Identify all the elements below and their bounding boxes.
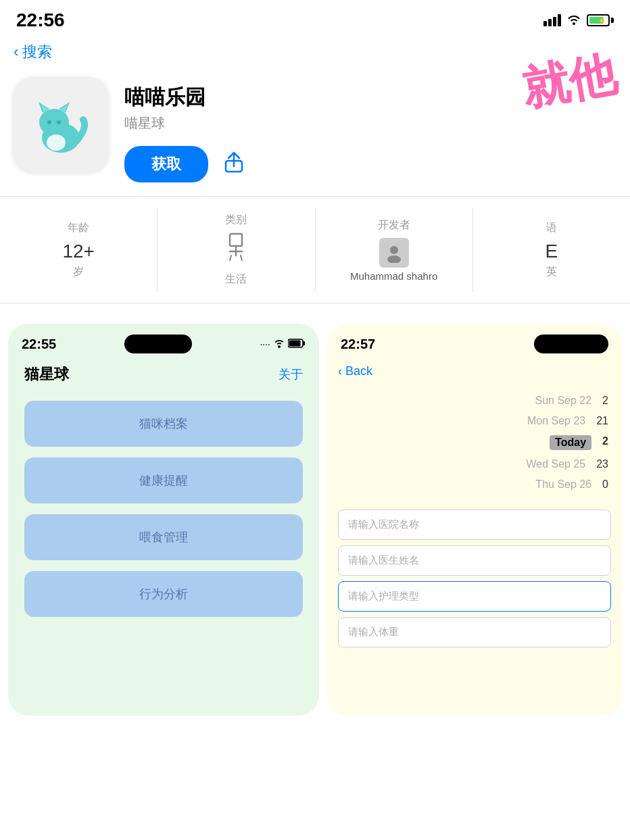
app-info: 喵喵乐园 喵星球 获取 — [124, 77, 616, 182]
input-care-type: 请输入护理类型 — [338, 581, 611, 612]
input-doctor: 请输入医生姓名 — [338, 545, 611, 576]
back-nav[interactable]: ‹ 搜索 — [0, 36, 630, 70]
date-row-mon: Mon Sep 23 21 — [341, 411, 608, 431]
info-language: 语 E 英 — [473, 207, 630, 292]
screenshot-left: 22:55 ···· 猫星球 关于 猫咪档案 健康提醒 喂食管理 行为分析 — [8, 324, 319, 716]
language-value: E — [546, 241, 558, 262]
age-label: 年龄 — [68, 221, 89, 235]
mock-right-back: ‹ Back — [327, 359, 622, 384]
app-actions: 获取 — [124, 146, 616, 182]
age-value: 12+ — [62, 241, 95, 262]
app-name: 喵喵乐园 — [124, 84, 616, 112]
status-icons: ⚡ — [543, 13, 614, 28]
input-fields: 请输入医院名称 请输入医生姓名 请输入护理类型 请输入体重 — [327, 501, 622, 656]
app-header: 喵喵乐园 喵星球 获取 就他 — [0, 70, 630, 196]
info-age: 年龄 12+ 岁 — [0, 207, 158, 292]
date-num-mon: 21 — [596, 415, 608, 427]
language-label: 语 — [546, 221, 557, 235]
svg-rect-20 — [289, 340, 301, 346]
mock-left-nav: 猫星球 关于 — [8, 359, 319, 390]
back-label[interactable]: 搜索 — [22, 42, 52, 62]
date-num-today: 2 — [602, 435, 608, 450]
date-row-wed: Wed Sep 25 23 — [341, 454, 608, 474]
svg-point-7 — [47, 120, 51, 124]
mock-btn-health: 健康提醒 — [24, 458, 303, 503]
language-sub: 英 — [546, 265, 557, 279]
category-icon — [223, 232, 249, 267]
mock-about-link: 关于 — [278, 366, 303, 382]
date-num-wed: 23 — [596, 458, 608, 470]
date-label-thu: Thu Sep 26 — [535, 478, 591, 491]
date-label-sun: Sun Sep 22 — [535, 395, 591, 407]
screenshot-right: 22:57 ‹ Back Sun Sep 22 2 Mon Sep 23 21 … — [327, 324, 622, 716]
svg-line-15 — [241, 255, 242, 261]
category-label: 类别 — [225, 213, 247, 227]
input-weight: 请输入体重 — [338, 617, 611, 647]
mock-left-notch — [124, 335, 192, 353]
date-num-thu: 0 — [602, 478, 608, 491]
mock-left-status-bar: 22:55 ···· — [8, 324, 319, 359]
status-time: 22:56 — [16, 9, 65, 31]
date-row-thu: Thu Sep 26 0 — [341, 474, 608, 495]
mock-left-time: 22:55 — [22, 337, 56, 352]
date-list: Sun Sep 22 2 Mon Sep 23 21 Today 2 Wed S… — [327, 384, 622, 501]
app-icon — [14, 77, 108, 172]
status-bar: 22:56 ⚡ — [0, 0, 630, 36]
info-developer: 开发者 Muhammad shahro — [316, 207, 473, 292]
date-row-today: Today 2 — [341, 431, 608, 454]
mock-right-time: 22:57 — [341, 337, 375, 352]
mock-right-notch — [534, 335, 608, 353]
svg-point-17 — [390, 246, 398, 254]
share-button[interactable] — [224, 151, 243, 178]
mock-wifi — [273, 339, 285, 350]
mock-right-status-bar: 22:57 — [327, 324, 622, 359]
svg-point-2 — [39, 109, 69, 136]
info-row: 年龄 12+ 岁 类别 生活 开发者 Muhammad shahro — [0, 196, 630, 303]
svg-point-8 — [57, 120, 61, 124]
developer-avatar — [379, 238, 409, 268]
mock-left-buttons: 猫咪档案 健康提醒 喂食管理 行为分析 — [8, 390, 319, 628]
get-button[interactable]: 获取 — [124, 146, 208, 182]
svg-rect-11 — [230, 234, 242, 246]
date-label-wed: Wed Sep 25 — [526, 458, 585, 470]
back-arrow-icon: ‹ — [14, 43, 18, 61]
developer-name: Muhammad shahro — [350, 270, 437, 282]
svg-rect-21 — [303, 341, 305, 345]
date-num-sun: 2 — [602, 395, 608, 407]
mock-btn-profile: 猫咪档案 — [24, 401, 303, 447]
app-subtitle: 喵星球 — [124, 114, 616, 132]
wifi-icon — [566, 13, 581, 28]
input-hospital: 请输入医院名称 — [338, 510, 611, 540]
signal-icon — [543, 14, 561, 26]
date-row-sun: Sun Sep 22 2 — [341, 391, 608, 411]
date-label-today: Today — [550, 435, 591, 450]
date-label-mon: Mon Sep 23 — [527, 415, 585, 427]
battery-icon: ⚡ — [587, 14, 614, 26]
mock-btn-feed: 喂食管理 — [24, 514, 303, 560]
svg-point-9 — [47, 134, 66, 151]
mock-battery — [288, 339, 306, 350]
info-category: 类别 生活 — [158, 207, 315, 292]
mock-left-status-right: ···· — [260, 339, 306, 350]
developer-label: 开发者 — [378, 218, 410, 232]
mock-signal: ···· — [260, 339, 270, 349]
age-sub: 岁 — [73, 265, 84, 279]
svg-line-14 — [230, 255, 231, 261]
mock-left-title: 猫星球 — [24, 364, 69, 385]
mock-back-link: ‹ Back — [338, 364, 372, 378]
category-value: 生活 — [225, 272, 247, 287]
mock-btn-behavior: 行为分析 — [24, 571, 303, 617]
screenshots-section: 22:55 ···· 猫星球 关于 猫咪档案 健康提醒 喂食管理 行为分析 — [0, 303, 630, 722]
